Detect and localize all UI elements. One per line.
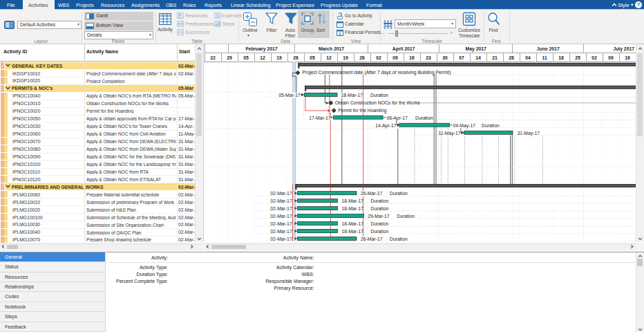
svg-text:04-May-17: 04-May-17 (453, 123, 476, 129)
svg-text:02-Mar-17: 02-Mar-17 (270, 229, 292, 234)
svg-text:11-May-17: 11-May-17 (439, 131, 461, 136)
svg-text:$: $ (216, 13, 219, 18)
svg-text:Duration: Duration (371, 199, 389, 203)
svg-text:Duration: Duration (371, 206, 389, 211)
svg-text:Duration: Duration (397, 214, 415, 219)
svg-text:14-Apr-17: 14-Apr-17 (375, 123, 396, 129)
svg-text:06-Apr-17: 06-Apr-17 (387, 116, 408, 121)
svg-text:Duration: Duration (415, 116, 433, 120)
svg-text:Obtain Construction NOCs for t: Obtain Construction NOCs for the Works (335, 100, 420, 105)
svg-text:17-Mar-17: 17-Mar-17 (309, 116, 331, 120)
svg-text:02-Mar-17: 02-Mar-17 (270, 214, 292, 219)
svg-text:18-Mar-17: 18-Mar-17 (341, 93, 363, 98)
svg-text:26-Mar-17: 26-Mar-17 (361, 237, 383, 241)
svg-text:02-Mar-17: 02-Mar-17 (270, 191, 292, 196)
svg-text:18-Mar-17: 18-Mar-17 (342, 221, 364, 226)
svg-text:02-Mar-17: 02-Mar-17 (270, 206, 292, 211)
svg-text:Duration: Duration (371, 229, 389, 234)
svg-text:Duration: Duration (370, 93, 388, 98)
svg-text:31-May-17: 31-May-17 (518, 131, 540, 136)
svg-text:02-Mar-17: 02-Mar-17 (270, 237, 292, 241)
svg-text:Project Commencement date (Aft: Project Commencement date (After 7 days … (303, 70, 451, 75)
svg-text:02-Mar-17: 02-Mar-17 (270, 199, 292, 203)
svg-text:Duration: Duration (390, 237, 408, 241)
svg-text:26-Mar-17: 26-Mar-17 (361, 191, 383, 196)
svg-text:05-Mar-17: 05-Mar-17 (278, 93, 301, 98)
svg-text:Duration: Duration (371, 221, 389, 226)
svg-text:29-Mar-17: 29-Mar-17 (368, 214, 390, 219)
svg-text:18-Mar-17: 18-Mar-17 (342, 199, 364, 203)
svg-text:Duration: Duration (482, 123, 500, 128)
svg-text:18-Mar-17: 18-Mar-17 (342, 206, 364, 211)
svg-text:18-Mar-17: 18-Mar-17 (342, 229, 364, 234)
svg-text:02-Mar-17: 02-Mar-17 (270, 221, 292, 226)
svg-text:Permit for the Hoarding: Permit for the Hoarding (338, 108, 386, 113)
svg-text:Duration: Duration (390, 191, 408, 196)
